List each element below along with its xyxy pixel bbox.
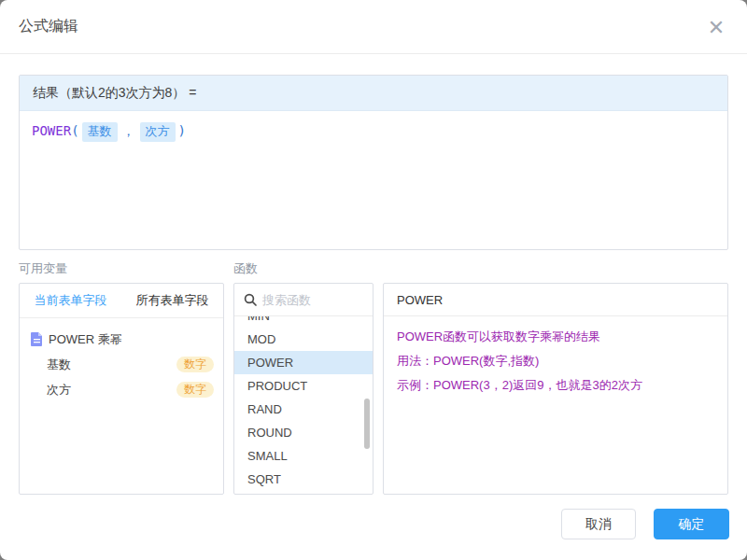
formula-editor-box: 结果（默认2的3次方为8） = POWER(基数，次方) (19, 75, 728, 250)
dialog-title: 公式编辑 (19, 17, 78, 36)
variables-panel: 当前表单字段 所有表单字段 POWER 乘幂 基数 数字 次方 数字 (19, 283, 224, 495)
formula-arg-exponent[interactable]: 次方 (140, 122, 176, 142)
search-icon (244, 293, 257, 306)
cancel-button[interactable]: 取消 (561, 509, 636, 539)
detail-usage-line: 用法：POWER(数字,指数) (397, 349, 714, 373)
field-type-badge: 数字 (176, 357, 214, 372)
detail-example-line: 示例：POWER(3，2)返回9，也就是3的2次方 (397, 373, 714, 398)
functions-panel: MIN MOD POWER PRODUCT RAND ROUND SMALL S… (233, 283, 374, 495)
tree-item-base[interactable]: 基数 数字 (20, 352, 223, 377)
function-item-product[interactable]: PRODUCT (234, 374, 373, 398)
variables-tree: POWER 乘幂 基数 数字 次方 数字 (20, 318, 223, 402)
open-paren: ( (71, 123, 78, 138)
detail-description: POWER函数可以获取数字乘幂的结果 用法：POWER(数字,指数) 示例：PO… (384, 316, 727, 406)
confirm-button[interactable]: 确定 (654, 509, 729, 539)
function-item-power[interactable]: POWER (234, 351, 373, 374)
function-item-mod[interactable]: MOD (234, 328, 373, 351)
function-detail-panel: POWER POWER函数可以获取数字乘幂的结果 用法：POWER(数字,指数)… (383, 283, 728, 495)
scrollbar-thumb[interactable] (364, 399, 370, 449)
tab-current-form-fields[interactable]: 当前表单字段 (20, 284, 121, 317)
function-item-rand[interactable]: RAND (234, 398, 373, 421)
document-icon (31, 332, 43, 346)
formula-edit-dialog: 公式编辑 ✕ 结果（默认2的3次方为8） = POWER(基数，次方) 可用变量… (0, 0, 747, 560)
formula-arg-base[interactable]: 基数 (82, 122, 118, 142)
search-input[interactable] (262, 293, 356, 307)
function-list: MIN MOD POWER PRODUCT RAND ROUND SMALL S… (234, 316, 373, 494)
tree-root-label: POWER 乘幂 (49, 331, 122, 348)
dialog-header: 公式编辑 ✕ (0, 0, 747, 54)
result-label: 结果（默认2的3次方为8） = (20, 76, 727, 111)
tab-all-form-fields[interactable]: 所有表单字段 (121, 284, 223, 317)
tree-item-exponent[interactable]: 次方 数字 (20, 377, 223, 402)
variables-tabs: 当前表单字段 所有表单字段 (20, 284, 223, 318)
close-icon[interactable]: ✕ (702, 13, 730, 41)
formula-comma: ， (122, 123, 135, 138)
variables-section-label: 可用变量 (19, 260, 67, 277)
detail-summary-line: POWER函数可以获取数字乘幂的结果 (397, 325, 714, 349)
field-type-badge: 数字 (176, 382, 214, 398)
function-item-min[interactable]: MIN (234, 316, 373, 328)
function-item-small[interactable]: SMALL (234, 444, 373, 468)
function-search-row (234, 284, 373, 316)
function-item-sqrt[interactable]: SQRT (234, 468, 373, 491)
tree-root-item[interactable]: POWER 乘幂 (20, 327, 223, 352)
tree-item-label: 次方 (47, 382, 176, 399)
detail-function-name: POWER (384, 284, 727, 316)
formula-code-area[interactable]: POWER(基数，次方) (20, 111, 727, 153)
formula-function-name: POWER (32, 123, 71, 138)
close-paren: ) (178, 123, 186, 138)
tree-item-label: 基数 (47, 357, 176, 373)
functions-section-label: 函数 (233, 260, 258, 277)
function-item-round[interactable]: ROUND (234, 421, 373, 444)
